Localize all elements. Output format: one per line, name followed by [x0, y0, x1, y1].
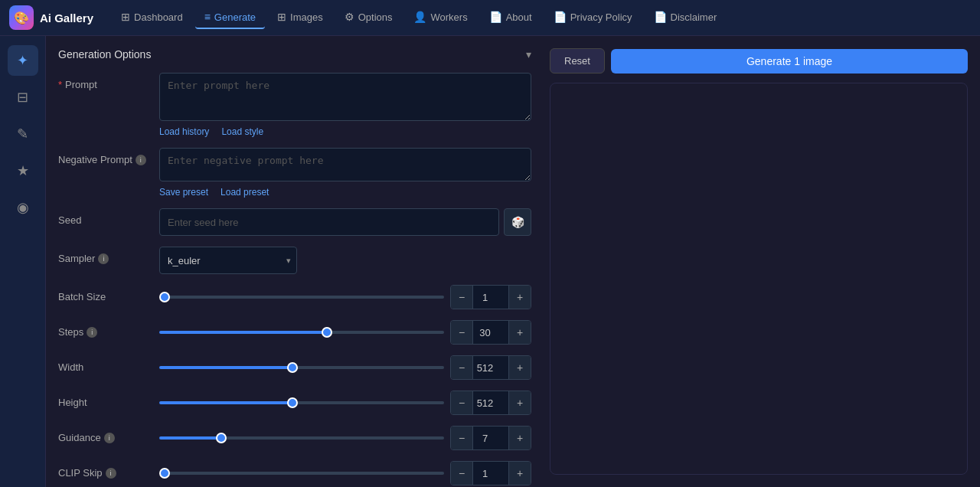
batch-size-increment[interactable]: + — [509, 286, 531, 309]
nav-options[interactable]: ⚙ Options — [335, 6, 402, 29]
negative-prompt-info-icon[interactable]: i — [136, 155, 146, 165]
guidance-label: Guidance i — [58, 426, 150, 443]
negative-prompt-label: Negative Prompt i — [58, 148, 150, 165]
sampler-control: k_euler k_euler_a k_lms k_heun k_dpm_2 d… — [159, 247, 531, 274]
preview-panel: Reset Generate 1 image — [544, 36, 980, 487]
load-history-button[interactable]: Load history — [159, 126, 209, 137]
save-preset-button[interactable]: Save preset — [159, 187, 208, 198]
sidebar-item-edit[interactable]: ✎ — [8, 119, 38, 149]
steps-label: Steps i — [58, 320, 150, 338]
height-slider[interactable] — [159, 401, 444, 404]
main-layout: ✦ ⊟ ✎ ★ ◉ Generation Options ▾ * Prompt — [0, 36, 980, 487]
prompt-label: * Prompt — [58, 73, 150, 90]
images-icon: ⊞ — [277, 11, 286, 23]
generate-icon: ≡ — [204, 11, 211, 23]
nav-disclaimer[interactable]: 📄 Disclaimer — [645, 6, 727, 29]
clip-skip-info-icon[interactable]: i — [106, 468, 116, 479]
batch-size-decrement[interactable]: − — [451, 286, 472, 309]
seed-label: Seed — [58, 208, 150, 226]
height-input[interactable] — [472, 391, 509, 414]
height-num-control: − + — [450, 391, 531, 415]
sampler-info-icon[interactable]: i — [98, 253, 109, 264]
clip-skip-increment[interactable]: + — [509, 462, 531, 485]
nav-disclaimer-label: Disclaimer — [671, 11, 717, 23]
sidebar-item-generate[interactable]: ✦ — [8, 45, 38, 76]
steps-slider[interactable] — [159, 331, 444, 334]
load-style-button[interactable]: Load style — [221, 126, 263, 137]
negative-prompt-textarea[interactable] — [159, 148, 531, 181]
generate-button[interactable]: Generate 1 image — [611, 49, 968, 74]
nav-images[interactable]: ⊞ Images — [268, 6, 332, 29]
clip-skip-slider[interactable] — [159, 472, 444, 475]
guidance-decrement[interactable]: − — [451, 427, 472, 449]
seed-input[interactable] — [159, 208, 499, 236]
guidance-control: − + — [159, 426, 531, 450]
sampler-row: Sampler i k_euler k_euler_a k_lms k_heun… — [58, 247, 531, 274]
prompt-textarea[interactable] — [159, 73, 531, 121]
section-title: Generation Options — [58, 48, 151, 60]
guidance-row: Guidance i − + — [58, 426, 531, 450]
batch-size-slider[interactable] — [159, 296, 444, 299]
steps-row: Steps i − + — [58, 320, 531, 345]
nav-workers[interactable]: 👤 Workers — [404, 6, 476, 29]
width-num-control: − + — [450, 355, 531, 380]
brand-name: Ai Gallery — [40, 11, 93, 25]
form-panel: Generation Options ▾ * Prompt Load histo… — [46, 36, 544, 487]
steps-num-control: − + — [450, 320, 531, 345]
nav-about[interactable]: 📄 About — [480, 6, 541, 29]
content-area: Generation Options ▾ * Prompt Load histo… — [46, 36, 980, 487]
width-label: Width — [58, 355, 150, 373]
seed-control: 🎲 — [159, 208, 531, 236]
nav-items: ⊞ Dashboard ≡ Generate ⊞ Images ⚙ Option… — [112, 6, 971, 29]
batch-size-control: − + — [159, 285, 531, 309]
guidance-num-control: − + — [450, 426, 531, 450]
batch-size-input[interactable] — [472, 286, 509, 309]
clip-skip-control: − + — [159, 461, 531, 485]
sidebar-item-images[interactable]: ⊟ — [8, 82, 38, 113]
section-chevron[interactable]: ▾ — [526, 48, 531, 60]
batch-size-num-control: − + — [450, 285, 531, 309]
nav-generate[interactable]: ≡ Generate — [195, 6, 265, 29]
guidance-increment[interactable]: + — [509, 427, 531, 449]
batch-size-slider-track — [159, 289, 444, 305]
negative-prompt-sub-actions: Save preset Load preset — [159, 187, 531, 198]
width-decrement[interactable]: − — [451, 356, 472, 379]
negative-prompt-control: Save preset Load preset — [159, 148, 531, 198]
guidance-slider[interactable] — [159, 436, 444, 440]
steps-info-icon[interactable]: i — [87, 327, 97, 338]
guidance-slider-track — [159, 430, 444, 446]
nav-options-label: Options — [358, 11, 393, 23]
seed-input-row: 🎲 — [159, 208, 531, 236]
nav-privacy-label: Privacy Policy — [570, 11, 632, 23]
seed-row: Seed 🎲 — [58, 208, 531, 236]
batch-size-label: Batch Size — [58, 285, 150, 302]
sidebar-item-face[interactable]: ◉ — [8, 192, 38, 223]
height-increment[interactable]: + — [509, 391, 531, 414]
guidance-input[interactable] — [472, 427, 509, 449]
prompt-sub-actions: Load history Load style — [159, 126, 531, 137]
steps-decrement[interactable]: − — [451, 321, 472, 344]
sidebar: ✦ ⊟ ✎ ★ ◉ — [0, 36, 46, 487]
sampler-label: Sampler i — [58, 247, 150, 264]
sampler-select[interactable]: k_euler k_euler_a k_lms k_heun k_dpm_2 d… — [159, 247, 297, 274]
nav-dashboard[interactable]: ⊞ Dashboard — [112, 6, 192, 29]
seed-random-button[interactable]: 🎲 — [504, 208, 531, 236]
privacy-icon: 📄 — [554, 11, 567, 23]
steps-increment[interactable]: + — [509, 321, 531, 344]
height-row: Height − + — [58, 391, 531, 415]
sidebar-item-favorites[interactable]: ★ — [8, 155, 38, 186]
width-input[interactable] — [472, 356, 509, 379]
dashboard-icon: ⊞ — [121, 11, 130, 23]
clip-skip-input[interactable] — [472, 462, 509, 485]
section-header: Generation Options ▾ — [58, 48, 531, 60]
height-decrement[interactable]: − — [451, 391, 472, 414]
reset-button[interactable]: Reset — [550, 48, 605, 74]
width-increment[interactable]: + — [509, 356, 531, 379]
nav-privacy[interactable]: 📄 Privacy Policy — [544, 6, 642, 29]
steps-input[interactable] — [472, 321, 509, 344]
guidance-info-icon[interactable]: i — [104, 433, 115, 443]
load-preset-button[interactable]: Load preset — [220, 187, 269, 198]
clip-skip-decrement[interactable]: − — [451, 462, 472, 485]
steps-slider-track — [159, 325, 444, 340]
width-slider[interactable] — [159, 366, 444, 369]
